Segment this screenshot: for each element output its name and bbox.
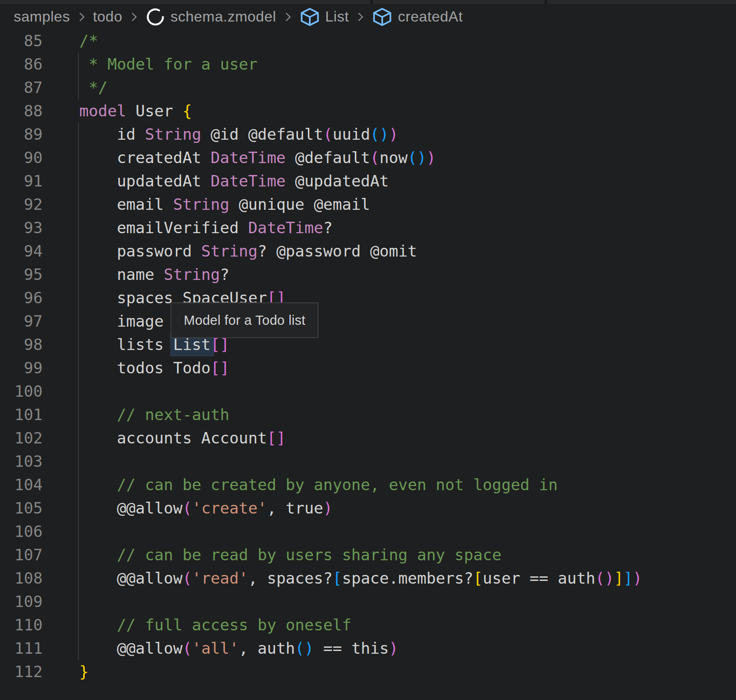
code-line[interactable]: 89 id String @id @default(uuid()) xyxy=(0,123,736,146)
code-token[interactable]: * Model for a user xyxy=(79,55,258,73)
code-token[interactable]: /* xyxy=(79,32,98,50)
code-content[interactable]: @@allow('read', spaces?[space.members?[u… xyxy=(79,567,642,590)
line-number[interactable]: 87 xyxy=(0,76,43,99)
code-content[interactable]: email String @unique @email xyxy=(79,193,370,216)
code-token[interactable]: ] xyxy=(623,569,632,587)
line-number[interactable]: 90 xyxy=(0,146,43,170)
code-line[interactable]: 99 todos Todo[] xyxy=(0,356,736,380)
code-content[interactable]: model User { xyxy=(79,99,192,123)
code-token[interactable]: DateTime xyxy=(211,148,286,167)
code-token[interactable]: , auth xyxy=(239,639,295,657)
code-line[interactable]: 106 xyxy=(0,520,736,543)
code-line[interactable]: 112} xyxy=(0,660,736,684)
line-number[interactable]: 102 xyxy=(0,427,43,450)
code-token[interactable]: @@allow xyxy=(79,499,182,517)
code-line[interactable]: 91 updatedAt DateTime @updatedAt xyxy=(0,170,736,193)
code-token[interactable]: uuid xyxy=(333,125,370,143)
code-line[interactable]: 101 // next-auth xyxy=(0,403,736,427)
code-token[interactable]: ( xyxy=(182,639,192,657)
code-content[interactable]: * Model for a user xyxy=(79,53,258,76)
code-content[interactable]: accounts Account[] xyxy=(79,427,286,450)
code-content[interactable]: createdAt DateTime @default(now()) xyxy=(79,146,436,170)
code-token[interactable]: ] xyxy=(614,569,623,587)
code-line[interactable]: 108 @@allow('read', spaces?[space.member… xyxy=(0,567,736,590)
code-token[interactable]: [ xyxy=(267,429,276,447)
code-token[interactable]: ) xyxy=(633,569,642,587)
code-token[interactable]: String xyxy=(145,125,201,143)
code-token[interactable]: ) xyxy=(417,148,426,167)
code-token[interactable]: ( xyxy=(323,125,332,143)
line-number[interactable]: 110 xyxy=(0,613,43,637)
code-token[interactable]: image xyxy=(79,312,164,330)
code-token[interactable]: email xyxy=(79,195,173,213)
line-number[interactable]: 100 xyxy=(0,380,43,403)
code-token[interactable]: now xyxy=(379,148,407,167)
line-number[interactable]: 89 xyxy=(0,123,43,146)
code-token[interactable]: createdAt xyxy=(79,148,211,167)
line-number[interactable]: 93 xyxy=(0,216,43,240)
code-line[interactable]: 86 * Model for a user xyxy=(0,53,736,76)
code-token[interactable]: String xyxy=(173,195,230,213)
code-line[interactable]: 87 */ xyxy=(0,76,736,99)
line-number[interactable]: 106 xyxy=(0,520,43,543)
code-line[interactable]: 111 @@allow('all', auth() == this) xyxy=(0,637,736,660)
code-content[interactable]: // next-auth xyxy=(79,403,230,427)
line-number[interactable]: 94 xyxy=(0,240,43,263)
code-line[interactable]: 96 spaces SpaceUser[] xyxy=(0,286,736,310)
code-token[interactable]: [ xyxy=(211,359,220,377)
code-token[interactable]: } xyxy=(79,662,88,681)
code-token[interactable]: [ xyxy=(333,569,342,587)
code-token[interactable]: ) xyxy=(304,639,313,657)
code-token[interactable]: space.members? xyxy=(342,569,473,587)
code-content[interactable]: /* xyxy=(79,29,98,53)
code-token[interactable]: 'read' xyxy=(192,569,248,587)
code-token[interactable]: User xyxy=(126,102,182,120)
breadcrumb-item-list[interactable]: List xyxy=(299,6,349,27)
code-token[interactable]: // full access by oneself xyxy=(79,616,352,634)
code-token[interactable]: ) xyxy=(426,148,435,167)
code-token[interactable]: [ xyxy=(211,335,220,354)
line-number[interactable]: 111 xyxy=(0,637,43,660)
line-number[interactable]: 105 xyxy=(0,497,43,520)
code-line[interactable]: 92 email String @unique @email xyxy=(0,193,736,216)
code-token[interactable]: model xyxy=(79,102,126,120)
code-line[interactable]: 90 createdAt DateTime @default(now()) xyxy=(0,146,736,170)
code-line[interactable]: 95 name String? xyxy=(0,263,736,286)
code-token[interactable]: */ xyxy=(79,78,107,97)
code-token[interactable]: DateTime xyxy=(211,172,286,190)
code-content[interactable]: password String? @password @omit xyxy=(79,240,417,263)
code-line[interactable]: 94 password String? @password @omit xyxy=(0,240,736,263)
code-token[interactable]: ) xyxy=(604,569,614,587)
code-content[interactable]: id String @id @default(uuid()) xyxy=(79,123,398,146)
code-content[interactable]: todos Todo[] xyxy=(79,356,230,380)
code-line[interactable]: 102 accounts Account[] xyxy=(0,427,736,450)
code-token[interactable]: ( xyxy=(182,569,192,587)
code-token[interactable]: , true xyxy=(267,499,323,517)
code-token[interactable]: accounts Account xyxy=(79,429,267,447)
code-token[interactable]: ) xyxy=(389,125,398,143)
breadcrumb-item-createdat[interactable]: createdAt xyxy=(372,6,462,27)
code-token[interactable]: String xyxy=(164,265,220,284)
line-number[interactable]: 103 xyxy=(0,450,43,473)
line-number[interactable]: 88 xyxy=(0,99,43,123)
code-token[interactable]: @default xyxy=(286,148,370,167)
code-line[interactable]: 105 @@allow('create', true) xyxy=(0,497,736,520)
line-number[interactable]: 96 xyxy=(0,286,43,310)
code-token[interactable]: , spaces? xyxy=(248,569,332,587)
code-line[interactable]: 97 image xyxy=(0,310,736,333)
code-token[interactable]: name xyxy=(79,265,164,284)
code-token[interactable]: id xyxy=(79,125,145,143)
code-line[interactable]: 100 xyxy=(0,380,736,403)
code-token[interactable]: ] xyxy=(220,359,229,377)
code-token[interactable]: ? xyxy=(220,265,229,284)
code-content[interactable]: updatedAt DateTime @updatedAt xyxy=(79,170,389,193)
code-token[interactable]: ( xyxy=(370,125,379,143)
code-content[interactable]: // can be read by users sharing any spac… xyxy=(79,543,501,567)
code-token[interactable]: ( xyxy=(295,639,304,657)
code-token[interactable]: ( xyxy=(407,148,417,167)
code-token[interactable]: // can be read by users sharing any spac… xyxy=(79,546,501,564)
code-line[interactable]: 98 lists List[] xyxy=(0,333,736,356)
line-number[interactable]: 85 xyxy=(0,29,43,53)
line-number[interactable]: 97 xyxy=(0,310,43,333)
code-line[interactable]: 85/* xyxy=(0,29,736,53)
